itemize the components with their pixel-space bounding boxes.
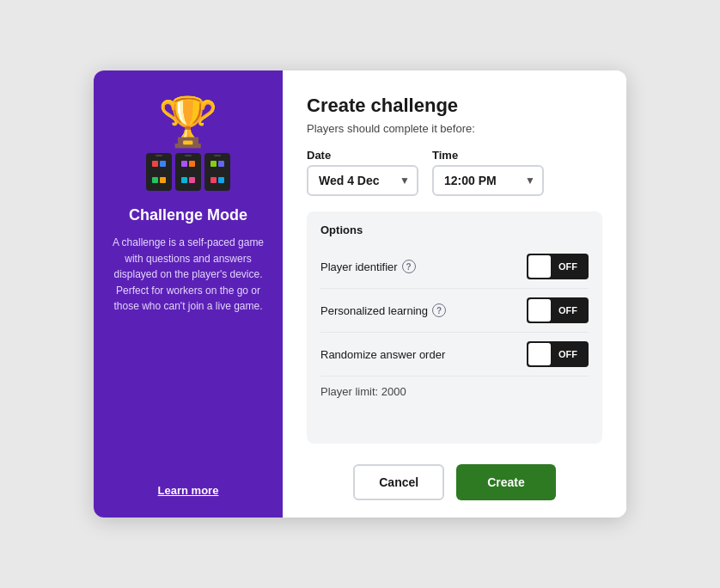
date-select[interactable]: Wed 4 Dec Thu 5 Dec Fri 6 Dec [307,165,418,196]
subtitle-text: Players should complete it before: [307,122,602,135]
player-limit-text: Player limit: 2000 [320,382,589,398]
modal: 🏆 [94,70,626,518]
phone-icons [146,153,230,191]
personalized-learning-toggle[interactable]: OFF [527,297,589,323]
personalized-learning-text: Personalized learning [320,304,428,317]
personalized-learning-label: Personalized learning ? [320,303,446,317]
phone-2 [175,153,201,191]
time-select[interactable]: 12:00 PM 1:00 PM 2:00 PM [432,165,544,196]
date-time-row: Date Wed 4 Dec Thu 5 Dec Fri 6 Dec ▼ Tim… [307,149,602,196]
player-identifier-text: Player identifier [320,260,398,273]
date-label: Date [307,149,418,162]
toggle-knob-3 [528,343,551,365]
cancel-button[interactable]: Cancel [353,464,444,500]
player-identifier-label: Player identifier ? [320,260,416,273]
date-field-group: Date Wed 4 Dec Thu 5 Dec Fri 6 Dec ▼ [307,149,418,196]
options-title: Options [320,224,589,236]
toggle-off-label-3: OFF [552,349,589,359]
action-row: Cancel Create [307,464,602,500]
date-select-wrapper: Wed 4 Dec Thu 5 Dec Fri 6 Dec ▼ [307,165,418,196]
page-title: Create challenge [307,95,602,117]
phone-1 [146,153,172,191]
toggle-knob-2 [528,299,551,322]
option-row-player-identifier: Player identifier ? OFF [320,245,589,289]
options-section: Options Player identifier ? OFF Personal… [307,211,602,444]
option-row-randomize-answer: Randomize answer order OFF [320,333,589,377]
create-button[interactable]: Create [456,464,556,500]
option-row-personalized-learning: Personalized learning ? OFF [320,289,589,333]
player-identifier-help-icon[interactable]: ? [402,260,416,273]
time-label: Time [432,149,544,162]
learn-more-link[interactable]: Learn more [158,484,219,497]
randomize-answer-label: Randomize answer order [320,348,445,361]
player-identifier-toggle[interactable]: OFF [527,254,589,279]
time-select-wrapper: 12:00 PM 1:00 PM 2:00 PM ▼ [432,165,544,196]
toggle-off-label-1: OFF [552,261,589,272]
right-panel: Create challenge Players should complete… [283,70,626,518]
randomize-answer-toggle[interactable]: OFF [527,341,589,367]
time-field-group: Time 12:00 PM 1:00 PM 2:00 PM ▼ [432,149,544,196]
toggle-knob-1 [528,255,551,278]
challenge-mode-title: Challenge Mode [129,206,247,224]
challenge-mode-description: A challenge is a self-paced game with qu… [109,235,267,315]
randomize-answer-text: Randomize answer order [320,348,445,361]
phone-3 [204,153,230,191]
personalized-learning-help-icon[interactable]: ? [432,303,446,317]
toggle-off-label-2: OFF [552,305,589,315]
left-panel: 🏆 [94,70,283,518]
trophy-icon: 🏆 [158,98,218,146]
